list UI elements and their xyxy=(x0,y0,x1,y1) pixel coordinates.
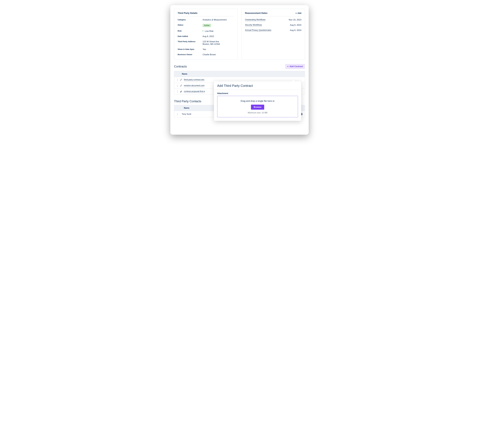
date-added-label: Date Added xyxy=(178,35,203,37)
contact-name: Tony Scott xyxy=(182,113,214,115)
risk-value: Low Risk xyxy=(205,30,213,33)
date-added-value: Aug 8, 2022 xyxy=(203,35,214,38)
link-icon xyxy=(180,85,182,87)
more-icon[interactable]: ⋮ xyxy=(176,84,178,87)
more-icon[interactable]: ⋮ xyxy=(176,79,178,81)
contracts-col-name: Name xyxy=(182,73,187,75)
address-value: 123 W Street Ave Boston, MA 12344 xyxy=(203,40,220,45)
reassessment-date: Nov 19, 2023 xyxy=(289,19,301,21)
add-contract-popover: Add Third Party Contract Attachment Drag… xyxy=(214,81,301,121)
link-icon xyxy=(180,79,182,81)
details-card: Third Party Details Category Analytics &… xyxy=(174,9,238,59)
contract-link[interactable]: revision-document.com xyxy=(184,85,205,87)
status-label: Status xyxy=(178,24,203,26)
more-icon[interactable]: ⋮ xyxy=(176,113,178,115)
paperclip-icon xyxy=(180,90,182,93)
attachment-label: Attachment xyxy=(217,92,298,95)
owner-value: Charlie Brown xyxy=(203,53,216,56)
reassessment-item: Annual Privacy Questionnaire Aug 8, 2024 xyxy=(245,29,301,32)
details-title: Third Party Details xyxy=(178,12,198,14)
reassessment-item: Security Workflows Aug 8, 2024 xyxy=(245,24,301,26)
reassessment-date: Aug 8, 2024 xyxy=(290,29,301,32)
max-size-text: Maximum size: 16 MB xyxy=(220,112,295,114)
dataspec-value: Yes xyxy=(203,48,206,51)
contacts-col-name: Name xyxy=(184,107,216,109)
reassessment-card: Reassessment Dates + Add Outstanding Wor… xyxy=(241,9,305,59)
plus-icon: + xyxy=(287,65,289,68)
plus-icon: + xyxy=(295,12,297,14)
file-dropzone[interactable]: Drag and drop a single file here or Brow… xyxy=(217,96,298,117)
contract-link[interactable]: contract-proposal-first-e xyxy=(184,90,205,93)
contract-link[interactable]: third-party-contract.doc xyxy=(184,79,205,81)
contracts-title: Contracts xyxy=(174,65,187,68)
reassessment-link[interactable]: Security Workflows xyxy=(245,24,262,26)
owner-label: Business Owner xyxy=(178,53,203,55)
dropzone-text: Drag and drop a single file here or xyxy=(220,100,295,102)
dataspec-label: Show in Data Spec xyxy=(178,48,203,50)
reassessment-title: Reassessment Dates xyxy=(245,12,267,14)
address-label: Third Party Address xyxy=(178,40,203,43)
exclamation-icon: ! xyxy=(203,30,203,33)
browse-button[interactable]: Browse xyxy=(251,105,264,110)
reassessment-link[interactable]: Annual Privacy Questionnaire xyxy=(245,29,271,32)
add-contract-button[interactable]: + Add Contract xyxy=(285,64,305,69)
reassessment-link[interactable]: Outstanding Workflows xyxy=(245,19,266,21)
risk-label: Risk xyxy=(178,30,203,32)
popover-title: Add Third Party Contract xyxy=(214,81,301,90)
category-label: Category xyxy=(178,19,203,21)
add-reassessment-button[interactable]: + Add xyxy=(295,12,301,14)
app-window: Third Party Details Category Analytics &… xyxy=(170,5,309,135)
status-badge: Active xyxy=(203,24,211,27)
reassessment-date: Aug 8, 2024 xyxy=(290,24,301,26)
category-value: Analytics & Measurement xyxy=(203,19,227,21)
more-icon[interactable]: ⋮ xyxy=(176,90,178,93)
reassessment-item: Outstanding Workflows Nov 19, 2023 xyxy=(245,19,301,21)
contacts-title: Third Party Contacts xyxy=(174,99,201,103)
